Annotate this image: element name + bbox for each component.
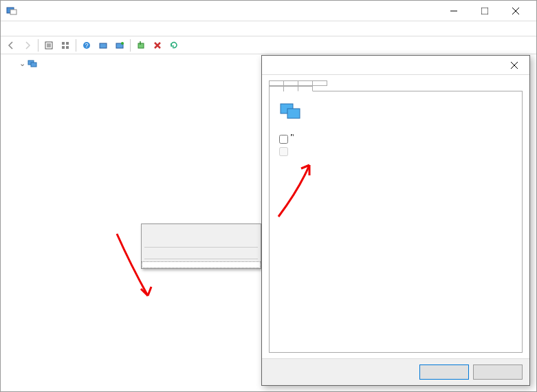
- cancel-button[interactable]: [473, 364, 523, 380]
- collapse-icon[interactable]: ⌄: [17, 59, 27, 68]
- toolbar-view[interactable]: [58, 38, 73, 53]
- adapter-icon: [279, 101, 301, 120]
- checkbox-wake-row: [279, 146, 512, 156]
- context-uninstall-device[interactable]: [142, 238, 261, 245]
- close-button[interactable]: [500, 1, 531, 21]
- menu-help[interactable]: [38, 28, 49, 30]
- tab-details[interactable]: [312, 80, 327, 86]
- svg-rect-3: [481, 8, 488, 14]
- toolbar-enable[interactable]: [133, 38, 149, 53]
- context-update-driver[interactable]: [142, 224, 261, 231]
- context-disable-device[interactable]: [142, 231, 261, 238]
- menu-file[interactable]: [5, 28, 16, 30]
- tab-driver[interactable]: [298, 80, 313, 86]
- titlebar: [1, 1, 536, 21]
- toolbar-scan[interactable]: [96, 38, 111, 53]
- tab-general[interactable]: [269, 80, 284, 86]
- tab-events[interactable]: [269, 86, 284, 91]
- toolbar-forward[interactable]: [20, 38, 35, 53]
- minimize-button[interactable]: [438, 1, 469, 21]
- toolbar-update[interactable]: [112, 38, 127, 53]
- context-menu: [141, 224, 261, 269]
- svg-rect-13: [66, 46, 69, 49]
- properties-dialog: [261, 55, 530, 386]
- toolbar-back[interactable]: [3, 38, 19, 53]
- svg-rect-25: [287, 109, 300, 118]
- network-icon: [27, 58, 38, 68]
- tab-panel-power: [269, 91, 523, 353]
- tab-power-management[interactable]: [298, 86, 313, 91]
- dialog-titlebar: [262, 56, 529, 75]
- checkbox-wake: [279, 147, 288, 156]
- toolbar-refresh[interactable]: [166, 38, 182, 53]
- checkbox-allow-turnoff-label[interactable]: [291, 134, 294, 135]
- context-properties[interactable]: [142, 261, 261, 268]
- svg-rect-21: [31, 63, 36, 67]
- toolbar-uninstall[interactable]: [150, 38, 165, 53]
- svg-point-18: [121, 42, 124, 45]
- context-separator: [144, 259, 258, 259]
- svg-rect-1: [10, 10, 17, 14]
- menubar: [1, 21, 536, 36]
- svg-rect-12: [62, 46, 65, 49]
- menu-action[interactable]: [16, 28, 27, 30]
- checkbox-allow-turnoff-row: [279, 134, 512, 144]
- toolbar-properties[interactable]: [41, 38, 56, 53]
- tab-advanced[interactable]: [283, 80, 298, 86]
- menu-view[interactable]: [27, 28, 38, 30]
- checkbox-allow-turnoff[interactable]: [279, 135, 288, 144]
- svg-rect-16: [100, 43, 107, 48]
- toolbar: ?: [1, 36, 536, 54]
- dialog-close-button[interactable]: [505, 57, 524, 74]
- dialog-buttons: [262, 358, 529, 385]
- tab-resources[interactable]: [283, 86, 298, 91]
- toolbar-help[interactable]: ?: [79, 38, 94, 53]
- svg-rect-11: [66, 42, 69, 45]
- svg-rect-10: [62, 42, 65, 45]
- context-scan-hardware[interactable]: [142, 250, 261, 257]
- app-icon: [6, 6, 17, 17]
- svg-text:?: ?: [85, 42, 88, 49]
- ok-button[interactable]: [419, 364, 469, 380]
- context-separator: [144, 247, 258, 248]
- svg-rect-19: [138, 43, 144, 48]
- maximize-button[interactable]: [469, 1, 500, 21]
- tabs: [262, 75, 529, 91]
